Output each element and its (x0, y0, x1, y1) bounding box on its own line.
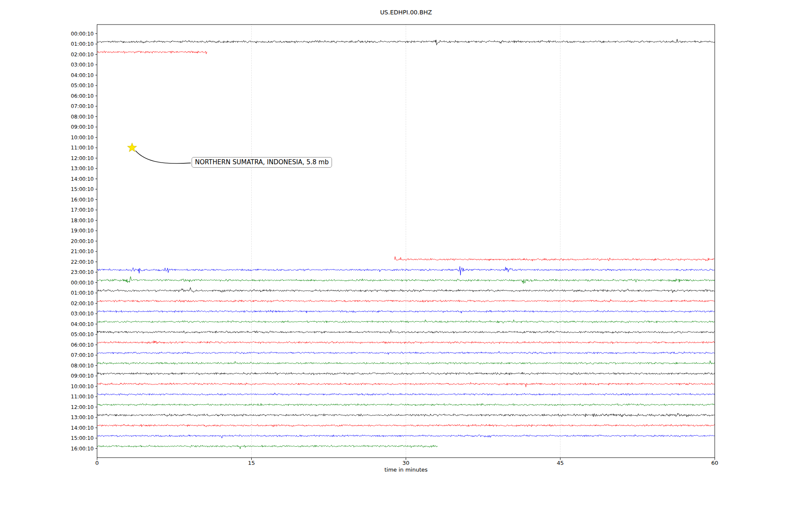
y-tick-label-28: 04:00:10 (71, 321, 94, 327)
y-tick-label-27: 03:00:10 (71, 311, 94, 317)
event-annotation: NORTHERN SUMATRA, INDONESIA, 5.8 mb (192, 157, 332, 168)
trace-row-35-11:00:10 (97, 393, 715, 395)
y-tick-label-2: 02:00:10 (71, 52, 94, 58)
trace-row-25-01:00:10 (97, 287, 715, 293)
y-tick-label-26: 02:00:10 (71, 301, 94, 306)
y-tick-label-1: 01:00:10 (71, 41, 94, 47)
annotation-leader-line (135, 151, 191, 163)
y-tick-label-37: 13:00:10 (71, 414, 94, 420)
trace-row-2-02:00:10 (97, 51, 207, 54)
y-tick-label-32: 08:00:10 (71, 363, 94, 369)
trace-row-29-05:00:10 (97, 330, 715, 334)
y-tick-label-21: 21:00:10 (71, 248, 94, 254)
y-tick-label-6: 06:00:10 (71, 93, 94, 99)
y-tick-label-35: 11:00:10 (71, 394, 94, 400)
y-tick-label-4: 04:00:10 (71, 72, 94, 78)
y-tick-label-24: 00:00:10 (71, 280, 94, 286)
trace-row-33-09:00:10 (97, 372, 715, 375)
y-tick-label-23: 23:00:10 (71, 269, 94, 275)
y-tick-label-40: 16:00:10 (71, 446, 94, 452)
y-tick-label-34: 10:00:10 (71, 384, 94, 389)
plot-border (97, 25, 715, 458)
trace-row-37-13:00:10 (97, 413, 715, 417)
y-tick-label-38: 14:00:10 (71, 425, 94, 431)
trace-row-22-22:00:10 (395, 257, 714, 261)
y-tick-label-3: 03:00:10 (71, 62, 94, 68)
y-tick-label-9: 09:00:10 (71, 124, 94, 130)
y-tick-label-17: 17:00:10 (71, 207, 94, 213)
trace-row-38-14:00:10 (97, 424, 715, 427)
y-tick-label-14: 14:00:10 (71, 176, 94, 182)
y-tick-label-36: 12:00:10 (71, 404, 94, 410)
y-tick-label-19: 19:00:10 (71, 228, 94, 234)
y-tick-label-20: 20:00:10 (71, 238, 94, 244)
y-tick-label-10: 10:00:10 (71, 135, 94, 141)
y-tick-label-16: 16:00:10 (71, 197, 94, 203)
x-tick-label-45: 45 (557, 460, 564, 466)
x-tick-label-0: 0 (95, 460, 99, 466)
trace-row-32-08:00:10 (97, 361, 715, 364)
y-tick-label-18: 18:00:10 (71, 218, 94, 224)
trace-row-34-10:00:10 (97, 382, 715, 387)
trace-row-24-00:00:10 (97, 276, 715, 284)
trace-row-40-16:00:10 (97, 445, 438, 449)
y-tick-label-22: 22:00:10 (71, 259, 94, 265)
seismogram-plot: 00:00:1001:00:1002:00:1003:00:1004:00:10… (0, 0, 812, 508)
y-tick-label-30: 06:00:10 (71, 342, 94, 348)
x-tick-label-30: 30 (402, 460, 409, 466)
y-tick-label-0: 00:00:10 (71, 31, 94, 37)
dayplot-figure: US.EDHPI.00.BHZ 00:00:1001:00:1002:00:10… (0, 0, 812, 508)
y-tick-label-7: 07:00:10 (71, 103, 94, 109)
x-tick-label-15: 15 (248, 460, 255, 466)
y-tick-label-25: 01:00:10 (71, 290, 94, 296)
x-axis-label: time in minutes (97, 467, 715, 473)
y-tick-label-15: 15:00:10 (71, 186, 94, 192)
y-tick-label-5: 05:00:10 (71, 83, 94, 88)
y-tick-label-11: 11:00:10 (71, 145, 94, 151)
y-tick-label-13: 13:00:10 (71, 166, 94, 171)
event-star-icon (127, 143, 137, 152)
y-tick-label-12: 12:00:10 (71, 155, 94, 161)
y-tick-label-33: 09:00:10 (71, 373, 94, 379)
y-tick-label-39: 15:00:10 (71, 435, 94, 441)
x-tick-label-60: 60 (711, 460, 719, 466)
y-tick-label-8: 08:00:10 (71, 114, 94, 120)
y-tick-label-31: 07:00:10 (71, 352, 94, 358)
y-tick-label-29: 05:00:10 (71, 331, 94, 337)
